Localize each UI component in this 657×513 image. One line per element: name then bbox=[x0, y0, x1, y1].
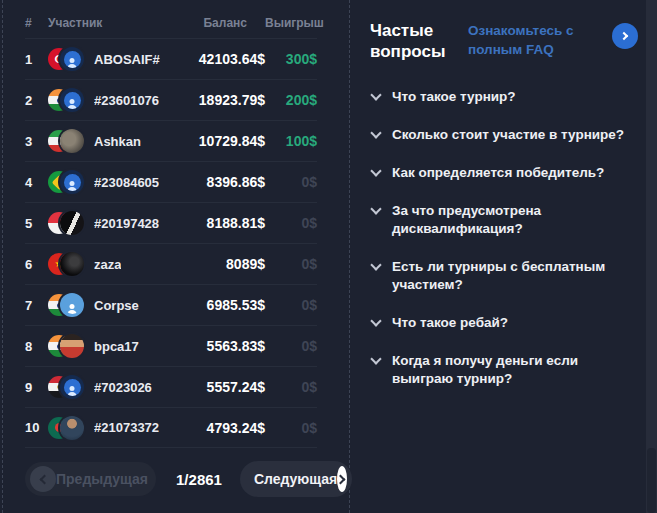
participant-cell: bpca17 bbox=[48, 334, 177, 358]
avatar bbox=[60, 293, 84, 317]
full-faq-link[interactable]: Ознакомьтесь с полным FAQ bbox=[468, 21, 606, 59]
win-cell: 0$ bbox=[265, 174, 317, 190]
tournament-leaderboard-screen: # Участник Баланс Выигрыш 1 ☪ ABOSAIF# 4… bbox=[0, 0, 657, 513]
balance-cell: 42103.64$ bbox=[177, 51, 265, 67]
faq-question-label: Что такое турнир? bbox=[392, 88, 632, 106]
faq-question-label: Сколько стоит участие в турнире? bbox=[392, 126, 632, 144]
faq-question-item[interactable]: Сколько стоит участие в турнире? bbox=[370, 126, 647, 144]
rank-cell: 1 bbox=[25, 52, 48, 67]
faq-question-label: Как определяется победитель? bbox=[392, 164, 632, 182]
balance-cell: 18923.79$ bbox=[177, 92, 265, 108]
balance-cell: 8089$ bbox=[177, 256, 265, 272]
win-cell: 0$ bbox=[265, 297, 317, 313]
faq-question-item[interactable]: Есть ли турниры с бесплатным участием? bbox=[370, 258, 647, 294]
header-balance: Баланс bbox=[177, 16, 265, 30]
participant-name: #7023026 bbox=[94, 380, 152, 395]
user-icon bbox=[67, 58, 78, 68]
user-icon bbox=[67, 181, 78, 191]
chevron-down-icon bbox=[370, 315, 381, 326]
previous-page-button[interactable]: Предыдущая bbox=[25, 462, 156, 496]
balance-cell: 6985.53$ bbox=[177, 297, 265, 313]
faq-panel: Частые вопросы Ознакомьтесь с полным FAQ… bbox=[370, 0, 647, 408]
chevron-left-icon bbox=[30, 466, 56, 492]
rank-cell: 2 bbox=[25, 93, 48, 108]
header-rank: # bbox=[25, 16, 48, 30]
faq-title: Частые вопросы bbox=[370, 20, 466, 62]
chevron-down-icon bbox=[370, 89, 381, 100]
faq-question-label: Что такое ребай? bbox=[392, 314, 632, 332]
table-row: 8 bpca17 5563.83$ 0$ bbox=[25, 325, 317, 366]
chevron-down-icon bbox=[370, 259, 381, 270]
faq-question-item[interactable]: За что предусмотрена дисквалификация? bbox=[370, 202, 647, 238]
table-row: 6 ★ zaza 8089$ 0$ bbox=[25, 243, 317, 284]
chevron-down-icon bbox=[370, 353, 381, 364]
balance-cell: 5563.83$ bbox=[177, 338, 265, 354]
header-participant: Участник bbox=[48, 16, 177, 30]
faq-question-item[interactable]: Когда я получу деньги если выиграю турни… bbox=[370, 352, 647, 388]
full-faq-arrow-button[interactable] bbox=[612, 23, 638, 49]
participant-name: Corpse bbox=[94, 298, 139, 313]
chevron-right-icon bbox=[337, 466, 347, 492]
table-row: 1 ☪ ABOSAIF# 42103.64$ 300$ bbox=[25, 38, 317, 79]
next-page-button[interactable]: Следующая bbox=[240, 461, 352, 497]
user-icon bbox=[67, 304, 78, 314]
win-cell: 0$ bbox=[265, 420, 317, 436]
avatar bbox=[60, 88, 84, 112]
win-cell: 300$ bbox=[265, 51, 317, 67]
user-icon bbox=[67, 386, 78, 396]
next-page-label: Следующая bbox=[254, 471, 337, 487]
table-row: 10 #21073372 4793.24$ 0$ bbox=[25, 407, 317, 448]
avatar bbox=[60, 334, 84, 358]
chevron-down-icon bbox=[370, 203, 381, 214]
avatar bbox=[60, 375, 84, 399]
participant-name: #23601076 bbox=[94, 93, 159, 108]
participant-cell: #23601076 bbox=[48, 88, 177, 112]
participant-name: zaza bbox=[94, 257, 121, 272]
participant-cell: #23084605 bbox=[48, 170, 177, 194]
balance-cell: 8188.81$ bbox=[177, 215, 265, 231]
faq-question-label: За что предусмотрена дисквалификация? bbox=[392, 202, 632, 238]
participant-cell: #20197428 bbox=[48, 211, 177, 235]
avatar bbox=[60, 211, 84, 235]
faq-question-label: Когда я получу деньги если выиграю турни… bbox=[392, 352, 632, 388]
table-header: # Участник Баланс Выигрыш bbox=[25, 0, 317, 38]
rank-cell: 9 bbox=[25, 380, 48, 395]
balance-cell: 4793.24$ bbox=[177, 420, 265, 436]
chevron-down-icon bbox=[370, 127, 381, 138]
rank-cell: 8 bbox=[25, 339, 48, 354]
user-icon bbox=[67, 99, 78, 109]
header-win: Выигрыш bbox=[265, 16, 317, 30]
participant-cell: #21073372 bbox=[48, 416, 177, 440]
participant-name: #20197428 bbox=[94, 216, 159, 231]
table-row: 5 #20197428 8188.81$ 0$ bbox=[25, 202, 317, 243]
faq-question-item[interactable]: Что такое турнир? bbox=[370, 88, 647, 106]
chevron-down-icon bbox=[370, 165, 381, 176]
win-cell: 0$ bbox=[265, 379, 317, 395]
win-cell: 100$ bbox=[265, 133, 317, 149]
participant-cell: ★ zaza bbox=[48, 252, 177, 276]
table-row: 4 #23084605 8396.86$ 0$ bbox=[25, 161, 317, 202]
avatar bbox=[60, 47, 84, 71]
avatar bbox=[60, 170, 84, 194]
table-body: 1 ☪ ABOSAIF# 42103.64$ 300$ 2 #23601076 … bbox=[25, 38, 317, 448]
table-row: 7 Corpse 6985.53$ 0$ bbox=[25, 284, 317, 325]
avatar bbox=[60, 252, 84, 276]
chevron-right-icon bbox=[619, 32, 627, 40]
faq-question-list: Что такое турнир? Сколько стоит участие … bbox=[370, 88, 647, 388]
participant-name: #23084605 bbox=[94, 175, 159, 190]
faq-question-item[interactable]: Как определяется победитель? bbox=[370, 164, 647, 182]
win-cell: 0$ bbox=[265, 256, 317, 272]
rank-cell: 6 bbox=[25, 257, 48, 272]
rank-cell: 10 bbox=[25, 420, 48, 435]
participant-name: #21073372 bbox=[94, 420, 159, 435]
participant-cell: Corpse bbox=[48, 293, 177, 317]
previous-page-label: Предыдущая bbox=[56, 471, 148, 487]
scrollbar-track[interactable] bbox=[646, 0, 657, 513]
win-cell: 0$ bbox=[265, 215, 317, 231]
scrollbar-thumb[interactable] bbox=[647, 448, 656, 513]
table-row: 2 #23601076 18923.79$ 200$ bbox=[25, 79, 317, 120]
page-indicator: 1/2861 bbox=[176, 471, 222, 488]
participant-name: ABOSAIF# bbox=[94, 52, 160, 67]
participant-cell: ☪ ABOSAIF# bbox=[48, 47, 177, 71]
faq-question-item[interactable]: Что такое ребай? bbox=[370, 314, 647, 332]
